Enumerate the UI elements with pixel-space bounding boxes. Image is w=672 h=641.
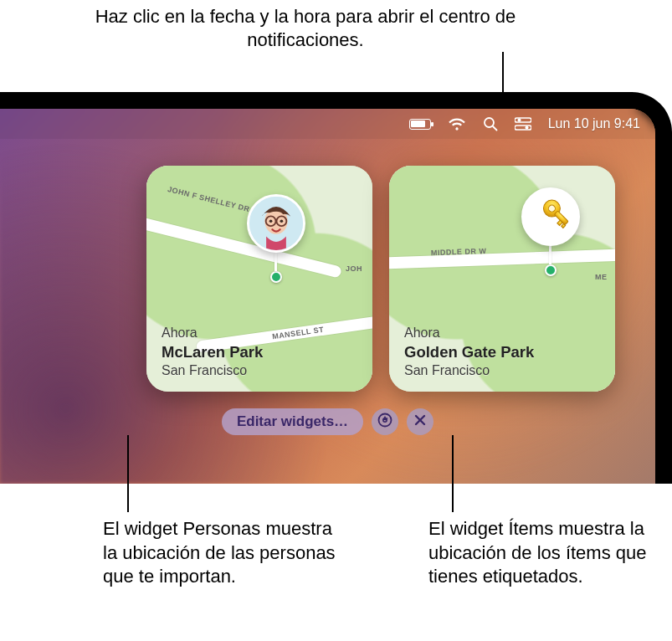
svg-rect-17	[562, 223, 566, 228]
widget-now-label: Ahora	[404, 326, 534, 341]
callout-top: Haz clic en la fecha y la hora para abri…	[46, 5, 565, 51]
svg-rect-2	[515, 118, 531, 122]
widget-controls: Editar widgets…	[0, 408, 655, 435]
widget-city-label: San Francisco	[404, 363, 534, 378]
svg-point-5	[525, 126, 528, 130]
widget-place-label: McLaren Park	[162, 343, 263, 362]
callout-line	[452, 435, 454, 512]
edit-widgets-button[interactable]: Editar widgets…	[222, 408, 363, 435]
widget-people[interactable]: JOHN F SHELLEY DR JOH MANSELL ST	[146, 166, 372, 392]
pin-stem	[274, 253, 277, 271]
search-icon[interactable]	[483, 116, 498, 131]
close-widgets-button[interactable]	[407, 408, 433, 435]
menubar-datetime[interactable]: Lun 10 jun 9:41	[548, 116, 640, 131]
keys-icon	[521, 187, 580, 246]
widget-text: Ahora Golden Gate Park San Francisco	[404, 326, 534, 378]
person-pin	[270, 271, 282, 283]
callout-bottom-left: El widget Personas muestra la ubicación …	[103, 517, 337, 589]
screen: Lun 10 jun 9:41 JOHN F SHELLEY DR JOH MA…	[0, 109, 655, 484]
close-icon	[414, 414, 426, 429]
road-label: ME	[595, 273, 608, 281]
menubar: Lun 10 jun 9:41	[0, 109, 655, 139]
device-frame: Lun 10 jun 9:41 JOHN F SHELLEY DR JOH MA…	[0, 92, 672, 484]
item-pin	[545, 264, 557, 276]
svg-point-0	[485, 118, 494, 127]
svg-point-3	[517, 119, 521, 122]
gear-icon	[377, 413, 392, 431]
widget-settings-button[interactable]	[372, 408, 398, 435]
wifi-icon[interactable]	[448, 117, 466, 131]
svg-point-12	[280, 219, 284, 223]
widget-items[interactable]: MIDDLE DR W ME	[389, 166, 615, 392]
callout-line	[502, 52, 504, 94]
control-center-icon[interactable]	[515, 117, 531, 131]
widget-text: Ahora McLaren Park San Francisco	[162, 326, 263, 378]
widget-city-label: San Francisco	[162, 363, 263, 378]
widgets-row: JOHN F SHELLEY DR JOH MANSELL ST	[146, 166, 632, 392]
widget-place-label: Golden Gate Park	[404, 343, 534, 362]
callout-bottom-right: El widget Ítems muestra la ubicación de …	[428, 517, 671, 589]
svg-rect-4	[515, 126, 531, 130]
pin-stem	[549, 246, 551, 264]
battery-icon[interactable]	[409, 119, 431, 130]
callout-line	[127, 435, 129, 512]
widget-now-label: Ahora	[162, 326, 263, 341]
svg-line-1	[493, 126, 497, 131]
svg-point-11	[269, 219, 273, 223]
memoji-avatar-icon	[247, 194, 305, 253]
road-label: JOH	[346, 264, 362, 273]
